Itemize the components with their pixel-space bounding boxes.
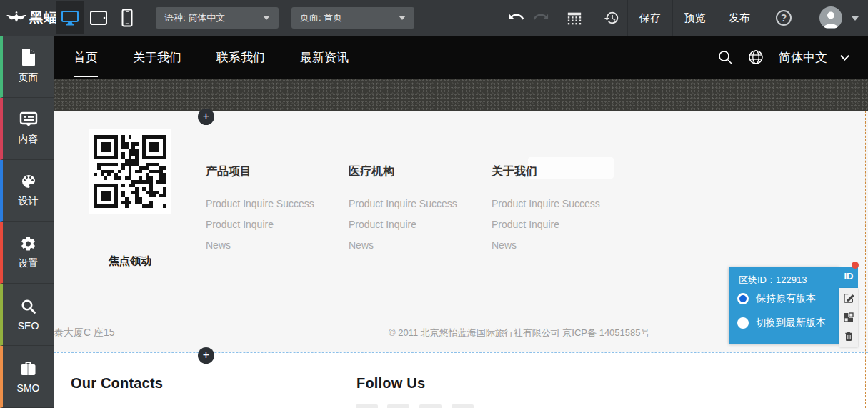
site-preview-canvas: 首页 关于我们 联系我们 最新资讯 简体中文 <box>54 36 868 408</box>
save-button[interactable]: 保存 <box>628 0 672 36</box>
blocks-icon[interactable] <box>843 312 854 323</box>
radio-unselected-icon[interactable] <box>737 317 749 329</box>
globe-icon[interactable] <box>747 49 764 66</box>
palette-icon <box>19 173 38 190</box>
site-nav-right: 简体中文 <box>717 36 848 79</box>
block-id-label: 区块ID：122913 <box>739 274 807 287</box>
block-version-panel: 区块ID：122913 保持原有版本 切换到最新版本 <box>729 267 839 344</box>
notification-dot <box>852 262 859 269</box>
footer-link[interactable]: Product Inquire Success <box>206 198 341 209</box>
history-icon[interactable] <box>604 10 619 26</box>
chevron-down-icon <box>263 16 270 20</box>
add-block-button-top[interactable]: + <box>198 109 214 125</box>
footer-link[interactable]: News <box>206 239 341 251</box>
option-keep-version[interactable]: 保持原有版本 <box>737 292 816 305</box>
sidebar-item-label: 设计 <box>19 195 39 208</box>
sidebar-item-content[interactable]: 内容 <box>0 98 54 160</box>
nav-link-about[interactable]: 关于我们 <box>133 42 181 73</box>
qr-code <box>89 129 171 214</box>
user-icon <box>819 6 842 29</box>
content-icon <box>19 111 38 128</box>
canvas-right-boundary <box>865 111 866 408</box>
social-icon-placeholder[interactable] <box>452 404 474 408</box>
top-toolbar: 黑蝠 <box>0 0 868 36</box>
radio-selected-icon[interactable] <box>737 293 749 304</box>
nav-link-news[interactable]: 最新资讯 <box>300 42 349 73</box>
option-switch-version[interactable]: 切换到最新版本 <box>737 317 826 329</box>
account-menu-caret[interactable] <box>852 16 859 21</box>
chevron-down-icon[interactable] <box>840 51 849 61</box>
app-name: 黑蝠 <box>29 9 58 27</box>
footer-link[interactable]: Product Inquire <box>349 219 484 230</box>
qr-code-image <box>94 134 166 209</box>
footer-address: 银泰大厦C 座15 <box>54 327 201 339</box>
footer-link[interactable]: Product Inquire <box>206 219 341 230</box>
phone-icon <box>121 9 133 27</box>
sidebar-item-smo[interactable]: SMO <box>0 346 54 408</box>
device-phone-button[interactable] <box>113 1 141 34</box>
contacts-block-section[interactable]: Our Contacts Follow Us <box>54 352 868 408</box>
left-sidebar: 页面 内容 设计 设置 <box>0 36 54 408</box>
tablet-icon <box>89 10 108 26</box>
footer-link[interactable]: Product Inquire Success <box>492 198 627 209</box>
social-icon-placeholder[interactable] <box>387 404 409 408</box>
footer-column-title: 医疗机构 <box>349 164 484 179</box>
device-switcher <box>56 1 141 34</box>
device-tablet-button[interactable] <box>84 1 113 34</box>
redo-icon-disabled[interactable] <box>533 10 549 26</box>
search-icon[interactable] <box>717 49 733 65</box>
sidebar-item-pages[interactable]: 页面 <box>0 36 54 98</box>
grid-blocks-icon[interactable] <box>567 10 582 26</box>
nav-link-home[interactable]: 首页 <box>74 42 98 73</box>
help-icon[interactable]: ? <box>776 10 792 26</box>
footer-link[interactable]: Product Inquire Success <box>349 198 484 209</box>
follow-us-title: Follow Us <box>356 375 425 392</box>
page-icon <box>20 48 37 66</box>
device-desktop-button[interactable] <box>56 1 84 34</box>
option-label: 切换到最新版本 <box>756 317 826 329</box>
chevron-down-icon <box>399 16 406 20</box>
trash-icon[interactable] <box>843 331 854 342</box>
footer-column-products: 产品项目 Product Inquire Success Product Inq… <box>206 164 341 260</box>
nav-link-contact[interactable]: 联系我们 <box>216 42 265 73</box>
briefcase-icon <box>19 360 37 377</box>
social-icon-placeholder[interactable] <box>356 404 378 408</box>
block-tools-strip <box>839 288 858 347</box>
option-label: 保持原有版本 <box>756 292 816 305</box>
sidebar-item-seo[interactable]: SEO <box>0 284 54 346</box>
app-logo[interactable]: 黑蝠 <box>6 0 58 36</box>
site-language-selector[interactable]: 简体中文 <box>779 49 827 66</box>
sidebar-item-design[interactable]: 设计 <box>0 160 54 222</box>
page-dropdown-label: 页面: 首页 <box>300 11 342 24</box>
footer-link[interactable]: Product Inquire <box>492 219 627 230</box>
avatar[interactable] <box>819 6 842 29</box>
site-navbar: 首页 关于我们 联系我们 最新资讯 简体中文 <box>54 36 868 79</box>
desktop-icon <box>61 9 79 26</box>
sidebar-item-label: 设置 <box>19 257 39 270</box>
toolbar-divider <box>762 0 762 36</box>
block-divider <box>54 352 868 353</box>
contacts-title: Our Contacts <box>71 375 163 392</box>
sidebar-item-settings[interactable]: 设置 <box>0 222 54 284</box>
sidebar-item-label: 内容 <box>19 133 39 146</box>
footer-link[interactable]: News <box>349 239 484 251</box>
edit-icon[interactable] <box>843 292 854 304</box>
preview-button[interactable]: 预览 <box>673 0 717 36</box>
bat-logo-icon <box>6 9 27 27</box>
undo-icon[interactable] <box>509 10 524 26</box>
page-dropdown[interactable]: 页面: 首页 <box>291 7 414 29</box>
language-dropdown[interactable]: 语种: 简体中文 <box>156 7 279 29</box>
add-block-button-bottom[interactable]: + <box>198 347 214 364</box>
qr-caption: 焦点领动 <box>89 254 171 268</box>
sidebar-item-label: SEO <box>18 320 39 332</box>
footer-link[interactable]: News <box>492 239 627 251</box>
gear-icon <box>19 235 37 252</box>
social-icon-placeholder[interactable] <box>419 404 442 408</box>
publish-button[interactable]: 发布 <box>717 0 762 36</box>
footer-column-title: 关于我们 <box>492 164 627 179</box>
app-window: 黑蝠 <box>0 0 868 408</box>
sidebar-item-label: SMO <box>17 382 40 394</box>
empty-block-placeholder[interactable] <box>54 79 868 111</box>
footer-column-about: 关于我们 Product Inquire Success Product Inq… <box>492 164 627 260</box>
block-id-badge: ID <box>839 267 858 288</box>
